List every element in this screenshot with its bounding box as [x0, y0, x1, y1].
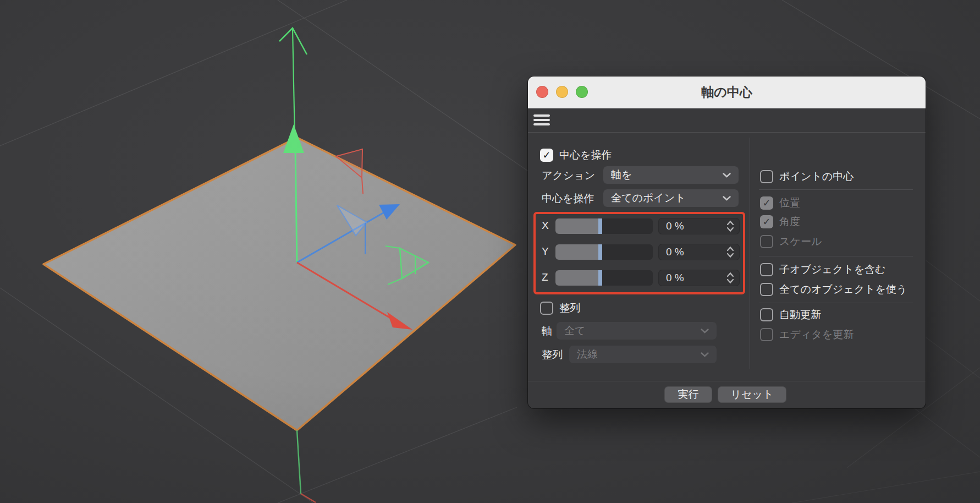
rotation-row: ✓ 角度 [760, 215, 800, 229]
include-children-checkbox[interactable] [760, 263, 773, 276]
slider-row-x: X 0 % [528, 218, 750, 235]
auto-update-row[interactable]: 自動更新 [760, 308, 821, 322]
use-all-objects-checkbox[interactable] [760, 283, 773, 296]
slider-z-value: 0 % [666, 272, 726, 284]
operate-center-label: 中心を操作 [559, 148, 612, 162]
slider-x-label: X [542, 220, 549, 232]
plane-object[interactable] [43, 138, 515, 430]
align-label: 整列 [559, 301, 580, 315]
right-divider [759, 303, 913, 303]
auto-update-checkbox[interactable] [760, 308, 773, 321]
slider-fill [555, 244, 600, 260]
action-row: アクション 軸を [528, 166, 750, 184]
slider-x-value: 0 % [666, 220, 726, 232]
slider-y-value: 0 % [666, 246, 726, 258]
chevron-down-icon [701, 352, 709, 357]
check-icon: ✓ [542, 149, 550, 161]
slider-x-track[interactable] [555, 218, 653, 234]
axis-select-label: 軸 [542, 324, 552, 338]
align-checkbox-row[interactable]: 整列 [540, 301, 580, 315]
scale-row: スケール [760, 234, 822, 249]
rotation-checkbox: ✓ [760, 215, 773, 228]
dialog-title: 軸の中心 [528, 76, 926, 108]
position-label: 位置 [779, 196, 800, 210]
slider-row-y: Y 0 % [528, 244, 750, 261]
stepper-icon[interactable] [726, 272, 734, 284]
slider-y-label: Y [542, 245, 549, 258]
chevron-down-icon [723, 196, 731, 201]
slider-handle[interactable] [598, 218, 602, 234]
reset-button[interactable]: リセット [718, 386, 786, 403]
align-select-dropdown: 法線 [569, 346, 717, 363]
operate-center-checkbox[interactable]: ✓ [540, 149, 553, 162]
execute-button[interactable]: 実行 [664, 386, 712, 403]
use-all-objects-label: 全てのオブジェクトを使う [779, 282, 907, 297]
dialog-titlebar[interactable]: 軸の中心 [528, 76, 926, 108]
check-icon: ✓ [762, 197, 770, 209]
action-label: アクション [542, 168, 595, 183]
position-checkbox: ✓ [760, 196, 773, 210]
auto-update-label: 自動更新 [779, 308, 821, 322]
slider-z-value-field[interactable]: 0 % [658, 270, 740, 286]
stepper-icon[interactable] [726, 220, 734, 232]
use-all-objects-row[interactable]: 全てのオブジェクトを使う [760, 282, 907, 297]
center-target-row: 中心を操作 全てのポイント [528, 189, 750, 207]
update-editor-row: エディタを更新 [760, 327, 854, 342]
hamburger-menu-icon[interactable] [533, 114, 550, 125]
slider-x-value-field[interactable]: 0 % [658, 218, 740, 234]
right-divider [759, 189, 913, 190]
include-children-row[interactable]: 子オブジェクトを含む [760, 263, 886, 277]
axis-center-dialog: 軸の中心 ✓ 中心を操作 アクション 軸を 中心を操作 全てのポイント [528, 76, 926, 408]
slider-y-track[interactable] [555, 244, 653, 260]
include-children-label: 子オブジェクトを含む [779, 263, 886, 277]
position-row: ✓ 位置 [760, 196, 800, 210]
scale-checkbox [760, 235, 773, 248]
slider-handle[interactable] [598, 244, 602, 260]
dialog-menubar [528, 108, 926, 133]
point-center-checkbox[interactable] [760, 170, 773, 183]
align-checkbox[interactable] [540, 302, 553, 315]
column-divider [750, 138, 750, 369]
rotation-label: 角度 [779, 215, 800, 229]
slider-y-value-field[interactable]: 0 % [658, 244, 740, 260]
slider-z-label: Z [542, 271, 548, 283]
update-editor-label: エディタを更新 [779, 327, 854, 342]
slider-fill [555, 270, 600, 286]
point-center-row[interactable]: ポイントの中心 [760, 170, 854, 184]
axis-select-dropdown: 全て [557, 322, 717, 340]
slider-z-track[interactable] [555, 270, 653, 286]
scale-label: スケール [779, 234, 822, 249]
action-dropdown[interactable]: 軸を [603, 166, 739, 184]
right-divider [759, 256, 913, 256]
center-target-label: 中心を操作 [542, 192, 594, 206]
stepper-icon[interactable] [726, 246, 734, 258]
slider-fill [555, 218, 600, 234]
slider-handle[interactable] [598, 270, 602, 286]
chevron-down-icon [723, 173, 731, 178]
check-icon: ✓ [762, 216, 770, 228]
operate-center-checkbox-row[interactable]: ✓ 中心を操作 [540, 148, 612, 162]
update-editor-checkbox [760, 328, 773, 341]
center-target-dropdown[interactable]: 全てのポイント [603, 189, 739, 207]
align-select-row: 整列 法線 [528, 346, 750, 363]
chevron-down-icon [701, 329, 709, 333]
point-center-label: ポイントの中心 [779, 170, 854, 184]
slider-row-z: Z 0 % [528, 270, 750, 287]
align-select-label: 整列 [542, 348, 563, 362]
axis-select-row: 軸 全て [528, 322, 750, 340]
dialog-content: ✓ 中心を操作 アクション 軸を 中心を操作 全てのポイント X [528, 132, 926, 408]
footer-divider [528, 381, 926, 381]
